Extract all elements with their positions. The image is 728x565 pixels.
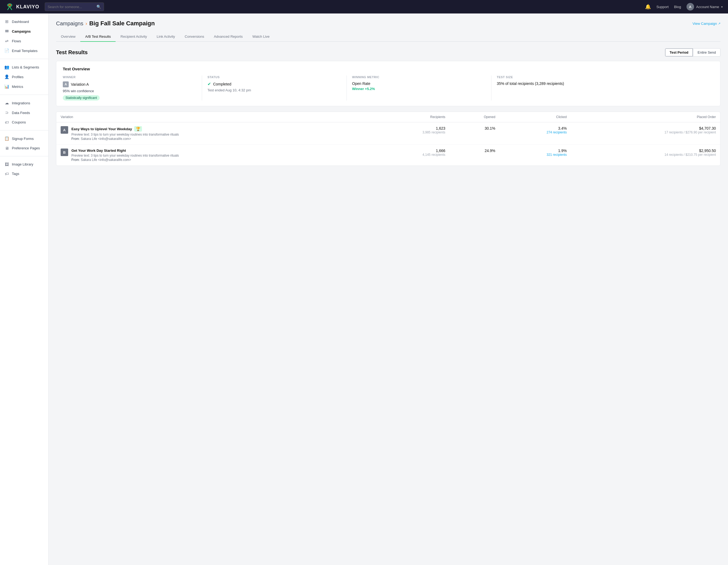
- recipients-a: 1,623 3,985 recipients: [372, 122, 450, 145]
- breadcrumb-current: Big Fall Sale Campaign: [89, 20, 155, 27]
- opened-a: 30.1%: [450, 122, 500, 145]
- sidebar-item-preference-pages[interactable]: 🖥 Preference Pages: [0, 143, 48, 153]
- table-wrapper: Variation Recipients Opened Clicked Plac…: [56, 112, 720, 165]
- blog-link[interactable]: Blog: [674, 5, 681, 9]
- col-recipients: Recipients: [372, 112, 450, 122]
- sidebar-section-1: ⊞ Dashboard ✉ Campaigns ⇌ Flows 📄 Email …: [0, 13, 48, 59]
- top-bar: KLAVIYO 🔍 🔔 Support Blog A Account Name …: [0, 0, 728, 13]
- var-cell-a: A Easy Ways to Uplevel Your Weekday 🏆 Pr…: [61, 126, 367, 141]
- overview-title: Test Overview: [63, 67, 714, 71]
- clicked-link-b[interactable]: 321 recipients: [504, 153, 567, 157]
- var-details-a: Easy Ways to Uplevel Your Weekday 🏆 Prev…: [71, 126, 179, 141]
- recipients-main-a: 1,623: [376, 126, 445, 130]
- integrations-icon: ☁: [4, 100, 9, 105]
- clicked-pct-b: 1.9%: [504, 148, 567, 153]
- sidebar-item-label: Data Feeds: [12, 111, 30, 115]
- order-sub-b: 14 recipients / $210.75 per recipient: [575, 153, 716, 157]
- winner-cell: WINNER A Variation A 95% win confidence …: [63, 75, 202, 100]
- card-inner: Test Overview WINNER A Variation A 95% w…: [56, 61, 720, 106]
- sidebar-item-email-templates[interactable]: 📄 Email Templates: [0, 46, 48, 55]
- sidebar-item-label: Metrics: [12, 85, 23, 89]
- main-content: Campaigns › Big Fall Sale Campaign View …: [48, 13, 728, 565]
- sidebar-item-label: Campaigns: [12, 29, 31, 33]
- tab-overview[interactable]: Overview: [56, 32, 80, 42]
- recipients-b: 1,666 4,145 recipients: [372, 145, 450, 166]
- signup-forms-icon: 📋: [4, 136, 9, 141]
- sidebar-item-image-library[interactable]: 🖼 Image Library: [0, 159, 48, 169]
- variation-a-cell: A Easy Ways to Uplevel Your Weekday 🏆 Pr…: [56, 122, 372, 145]
- metric-name: Open Rate: [352, 81, 486, 86]
- chevron-down-icon: ▾: [721, 5, 723, 8]
- tab-bar: Overview A/B Test Results Recipient Acti…: [56, 32, 720, 42]
- tab-watch-live[interactable]: Watch Live: [248, 32, 275, 42]
- sidebar-item-metrics[interactable]: 📊 Metrics: [0, 82, 48, 91]
- breadcrumb-arrow: ›: [85, 21, 87, 26]
- check-icon: ✔: [207, 81, 211, 86]
- order-amount-b: $2,950.50: [575, 148, 716, 153]
- var-name-b: Get Your Work Day Started Right: [71, 148, 126, 152]
- sidebar-item-data-feeds[interactable]: ⊃ Data Feeds: [0, 108, 48, 117]
- sidebar-item-label: Flows: [12, 39, 21, 43]
- trophy-icon-a: 🏆: [134, 126, 142, 131]
- sidebar-item-campaigns[interactable]: ✉ Campaigns: [0, 26, 48, 36]
- breadcrumb: Campaigns › Big Fall Sale Campaign View …: [56, 20, 720, 27]
- view-campaign-link[interactable]: View Campaign ↗: [692, 22, 720, 26]
- opened-b: 24.9%: [450, 145, 500, 166]
- status-cell: STATUS ✔ Completed Test ended Aug 10, 4:…: [207, 75, 347, 100]
- logo-icon: [5, 2, 14, 11]
- sidebar-item-integrations[interactable]: ☁ Integrations: [0, 98, 48, 108]
- dashboard-icon: ⊞: [4, 19, 9, 24]
- search-bar[interactable]: 🔍: [45, 2, 104, 11]
- tab-recipient-activity[interactable]: Recipient Activity: [116, 32, 152, 42]
- var-from-b: From: Sakara Life <info@sakaralife.com>: [71, 158, 179, 162]
- test-period-button[interactable]: Test Period: [665, 48, 693, 57]
- var-badge-b: B: [61, 148, 68, 156]
- sidebar-item-label: Email Templates: [12, 49, 37, 53]
- sidebar-item-flows[interactable]: ⇌ Flows: [0, 36, 48, 46]
- variations-card: Variation Recipients Opened Clicked Plac…: [56, 112, 720, 166]
- tab-conversions[interactable]: Conversions: [180, 32, 209, 42]
- recipients-sub-b: 4,145 recipients: [376, 153, 445, 157]
- order-sub-a: 17 recipients / $276.90 per recipient: [575, 130, 716, 134]
- breadcrumb-campaigns[interactable]: Campaigns: [56, 20, 83, 27]
- status-completed: Completed: [213, 82, 231, 86]
- tab-advanced-reports[interactable]: Advanced Reports: [209, 32, 248, 42]
- opened-pct-a: 30.1%: [454, 126, 495, 130]
- sidebar-item-dashboard[interactable]: ⊞ Dashboard: [0, 17, 48, 26]
- entire-send-button[interactable]: Entire Send: [693, 48, 720, 57]
- sig-badge: Statistically significant: [63, 95, 100, 100]
- var-preview-a: Preview text: 3 tips to turn your weekda…: [71, 133, 179, 136]
- tab-link-activity[interactable]: Link Activity: [152, 32, 180, 42]
- bell-icon[interactable]: 🔔: [645, 4, 651, 10]
- image-library-icon: 🖼: [4, 162, 9, 166]
- metric-cell: WINNING METRIC Open Rate Winner +5.2%: [352, 75, 491, 100]
- sidebar-item-profiles[interactable]: 👤 Profiles: [0, 72, 48, 82]
- tab-ab-test-results[interactable]: A/B Test Results: [80, 32, 116, 42]
- tags-icon: 🏷: [4, 171, 9, 176]
- table-row: B Get Your Work Day Started Right Previe…: [56, 145, 720, 166]
- sidebar-section-4: 📋 Signup Forms 🖥 Preference Pages: [0, 130, 48, 156]
- sidebar-item-tags[interactable]: 🏷 Tags: [0, 169, 48, 178]
- sidebar-section-3: ☁ Integrations ⊃ Data Feeds 🏷 Coupons: [0, 95, 48, 130]
- clicked-link-a[interactable]: 274 recipients: [504, 130, 567, 134]
- view-campaign-label: View Campaign: [692, 22, 717, 26]
- sidebar-item-lists-segments[interactable]: 👥 Lists & Segments: [0, 62, 48, 72]
- metrics-icon: 📊: [4, 84, 9, 89]
- top-bar-right: 🔔 Support Blog A Account Name ▾: [645, 3, 723, 11]
- search-input[interactable]: [48, 5, 95, 9]
- support-link[interactable]: Support: [656, 5, 669, 9]
- winner-badge: A Variation A: [63, 81, 196, 87]
- preference-pages-icon: 🖥: [4, 146, 9, 150]
- status-label: STATUS: [207, 75, 341, 79]
- avatar: A: [687, 3, 694, 11]
- col-placed-order: Placed Order: [571, 112, 720, 122]
- table-row: A Easy Ways to Uplevel Your Weekday 🏆 Pr…: [56, 122, 720, 145]
- test-overview-card: Test Overview WINNER A Variation A 95% w…: [56, 61, 720, 106]
- sidebar: ⊞ Dashboard ✉ Campaigns ⇌ Flows 📄 Email …: [0, 13, 48, 565]
- sidebar-item-signup-forms[interactable]: 📋 Signup Forms: [0, 134, 48, 143]
- lists-segments-icon: 👥: [4, 65, 9, 70]
- main-area: ⊞ Dashboard ✉ Campaigns ⇌ Flows 📄 Email …: [0, 13, 728, 565]
- account-button[interactable]: A Account Name ▾: [687, 3, 723, 11]
- section-title: Test Results: [56, 49, 88, 55]
- sidebar-item-coupons[interactable]: 🏷 Coupons: [0, 117, 48, 127]
